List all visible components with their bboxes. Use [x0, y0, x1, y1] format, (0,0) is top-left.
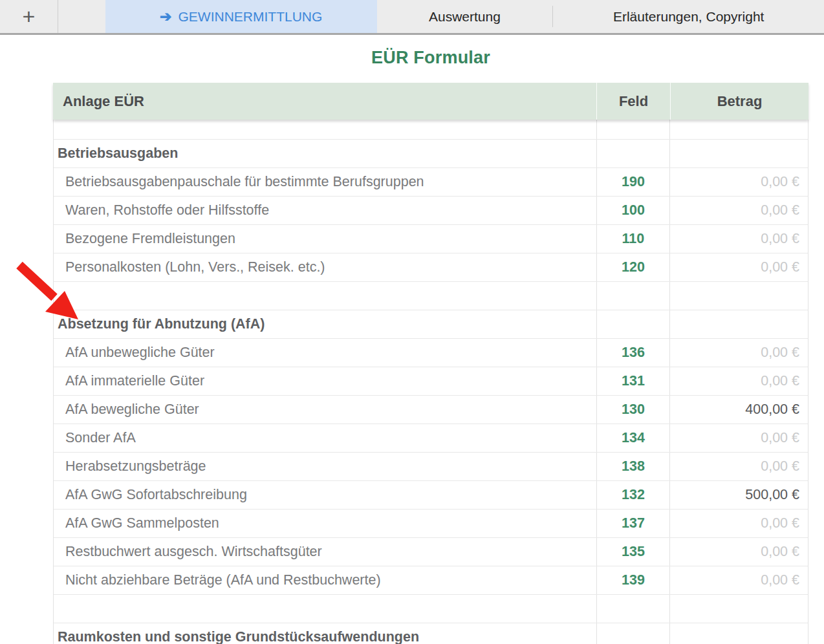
table-row — [54, 595, 808, 623]
row-label-cell[interactable] — [54, 595, 596, 623]
feld-cell[interactable]: 139 — [596, 566, 670, 594]
numbers-spreadsheet-window: { "tab_bar": { "add_tab_label": "+", "ta… — [0, 0, 824, 644]
table-row: Personalkosten (Lohn, Vers., Reisek. etc… — [54, 253, 808, 282]
column-header-betrag[interactable]: Betrag — [670, 83, 808, 120]
plus-icon: + — [23, 4, 36, 29]
betrag-cell[interactable] — [669, 282, 808, 310]
row-label-cell[interactable]: AfA GwG Sofortabschreibung — [54, 481, 596, 509]
feld-cell[interactable] — [596, 623, 670, 644]
row-label-cell[interactable]: Raumkosten und sonstige Grundstücksaufwe… — [54, 623, 596, 644]
table-header-row: Anlage EÜR Feld Betrag — [53, 83, 808, 120]
table-row — [54, 282, 808, 310]
betrag-cell[interactable]: 0,00 € — [669, 510, 808, 537]
feld-cell[interactable]: 131 — [596, 367, 670, 395]
table-row: Betriebsausgaben — [54, 140, 808, 168]
table-row — [54, 120, 808, 140]
table-row: Herabsetzungsbeträge1380,00 € — [54, 453, 808, 481]
column-header-feld[interactable]: Feld — [596, 83, 670, 120]
arrow-right-icon: ➔ — [160, 8, 171, 25]
feld-cell[interactable] — [596, 282, 670, 310]
betrag-cell[interactable] — [669, 310, 808, 338]
table-row: AfA GwG Sammelposten1370,00 € — [54, 510, 808, 538]
feld-cell[interactable]: 130 — [596, 396, 670, 424]
tab-auswertung[interactable]: Auswertung — [377, 0, 553, 33]
row-label-cell[interactable]: Bezogene Fremdleistungen — [54, 225, 596, 253]
row-label-cell[interactable]: Waren, Rohstoffe oder Hilfsstoffe — [54, 197, 596, 224]
feld-cell[interactable]: 135 — [596, 538, 670, 566]
table-row: Nicht abziehbare Beträge (AfA und Restbu… — [54, 566, 808, 595]
row-label-cell[interactable]: Absetzung für Abnutzung (AfA) — [54, 310, 596, 338]
feld-cell[interactable]: 137 — [596, 510, 670, 537]
row-label-cell[interactable]: AfA immaterielle Güter — [54, 367, 596, 395]
feld-cell[interactable]: 138 — [596, 453, 670, 480]
betrag-cell[interactable]: 0,00 € — [669, 197, 808, 224]
table-row: AfA immaterielle Güter1310,00 € — [54, 367, 808, 396]
feld-cell[interactable]: 100 — [596, 197, 670, 224]
feld-cell[interactable]: 190 — [596, 168, 670, 196]
row-label-cell[interactable]: Restbuchwert ausgesch. Wirtschaftsgüter — [54, 538, 596, 566]
feld-cell[interactable]: 120 — [596, 253, 670, 281]
betrag-cell[interactable]: 0,00 € — [669, 253, 808, 281]
table-row: Bezogene Fremdleistungen1100,00 € — [54, 225, 808, 253]
betrag-cell[interactable]: 0,00 € — [669, 339, 808, 367]
table-row: Restbuchwert ausgesch. Wirtschaftsgüter1… — [54, 538, 808, 566]
betrag-cell[interactable] — [669, 140, 808, 167]
tab-label: Auswertung — [429, 9, 501, 25]
betrag-cell[interactable]: 0,00 € — [669, 168, 808, 196]
table-row: Sonder AfA1340,00 € — [54, 424, 808, 453]
tab-erlaeuterungen-copyright[interactable]: Erläuterungen, Copyright — [553, 0, 824, 33]
feld-cell[interactable]: 136 — [596, 339, 670, 367]
column-header-anlage[interactable]: Anlage EÜR — [53, 83, 596, 120]
row-label-cell[interactable]: AfA bewegliche Güter — [54, 396, 596, 424]
feld-cell[interactable] — [596, 310, 670, 338]
feld-cell[interactable]: 132 — [596, 481, 670, 509]
row-label-cell[interactable]: Personalkosten (Lohn, Vers., Reisek. etc… — [54, 253, 596, 281]
row-label-cell[interactable]: AfA unbewegliche Güter — [54, 339, 596, 367]
tab-bar-spacer — [58, 0, 105, 33]
row-label-cell[interactable]: Betriebsausgaben — [54, 140, 596, 167]
table-body: BetriebsausgabenBetriebsausgabenpauschal… — [53, 120, 808, 644]
table-row: Waren, Rohstoffe oder Hilfsstoffe1000,00… — [54, 197, 808, 225]
feld-cell[interactable] — [596, 140, 670, 167]
row-label-cell[interactable] — [54, 282, 596, 310]
tab-gewinnermittlung[interactable]: ➔ GEWINNERMITTLUNG — [105, 0, 377, 33]
betrag-cell[interactable]: 500,00 € — [669, 481, 808, 509]
table-row: AfA unbewegliche Güter1360,00 € — [54, 339, 808, 367]
sheet-tab-bar: + ➔ GEWINNERMITTLUNG Auswertung Erläuter… — [0, 0, 824, 35]
betrag-cell[interactable] — [669, 120, 808, 139]
table-row: AfA bewegliche Güter130400,00 € — [54, 396, 808, 424]
eur-table: Anlage EÜR Feld Betrag BetriebsausgabenB… — [53, 83, 808, 644]
betrag-cell[interactable]: 0,00 € — [669, 538, 808, 566]
betrag-cell[interactable]: 0,00 € — [669, 225, 808, 253]
betrag-cell[interactable] — [669, 595, 808, 623]
betrag-cell[interactable]: 400,00 € — [669, 396, 808, 424]
row-label-cell[interactable] — [54, 120, 596, 139]
feld-cell[interactable] — [596, 595, 670, 623]
row-label-cell[interactable]: Herabsetzungsbeträge — [54, 453, 596, 480]
feld-cell[interactable]: 110 — [596, 225, 670, 253]
feld-cell[interactable] — [596, 120, 670, 139]
tab-label: Erläuterungen, Copyright — [613, 9, 764, 25]
betrag-cell[interactable]: 0,00 € — [669, 453, 808, 480]
table-row: Betriebsausgabenpauschale für bestimmte … — [54, 168, 808, 197]
add-sheet-button[interactable]: + — [0, 0, 58, 33]
table-row: Raumkosten und sonstige Grundstücksaufwe… — [54, 623, 808, 644]
tab-label: GEWINNERMITTLUNG — [179, 9, 323, 25]
feld-cell[interactable]: 134 — [596, 424, 670, 452]
row-label-cell[interactable]: Betriebsausgabenpauschale für bestimmte … — [54, 168, 596, 196]
page-title: EÜR Formular — [53, 48, 808, 68]
table-row: Absetzung für Abnutzung (AfA) — [54, 310, 808, 339]
row-label-cell[interactable]: Sonder AfA — [54, 424, 596, 452]
row-label-cell[interactable]: AfA GwG Sammelposten — [54, 510, 596, 537]
betrag-cell[interactable]: 0,00 € — [669, 566, 808, 594]
table-row: AfA GwG Sofortabschreibung132500,00 € — [54, 481, 808, 510]
betrag-cell[interactable] — [669, 623, 808, 644]
betrag-cell[interactable]: 0,00 € — [669, 367, 808, 395]
row-label-cell[interactable]: Nicht abziehbare Beträge (AfA und Restbu… — [54, 566, 596, 594]
betrag-cell[interactable]: 0,00 € — [669, 424, 808, 452]
